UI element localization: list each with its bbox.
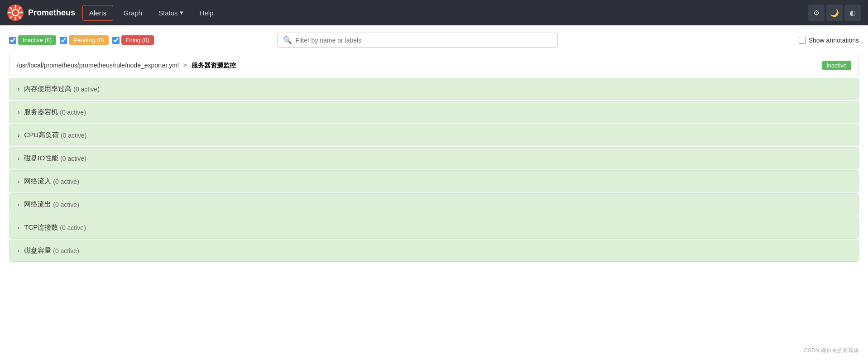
brand: Prometheus — [7, 5, 75, 21]
alert-chevron-icon: › — [18, 247, 19, 254]
alert-chevron-icon: › — [18, 86, 19, 92]
settings-button[interactable]: ⚙ — [808, 5, 825, 21]
alert-chevron-icon: › — [18, 109, 19, 115]
annotations-label: Show annotations — [809, 37, 859, 44]
nav-graph[interactable]: Graph — [117, 5, 149, 20]
alert-row[interactable]: › 服务器宕机 (0 active) — [9, 101, 859, 123]
pending-checkbox[interactable] — [60, 37, 67, 44]
alert-name: 网络流出 — [24, 200, 51, 209]
search-box: 🔍 — [277, 33, 558, 48]
pending-filter[interactable]: Pending (0) — [60, 35, 108, 45]
rule-path: /usr/local/prometheus/prometheus/rule/no… — [17, 62, 179, 69]
status-dropdown-icon: ▾ — [180, 9, 183, 17]
alert-row[interactable]: › 磁盘容量 (0 active) — [9, 240, 859, 262]
alert-chevron-icon: › — [18, 155, 19, 162]
theme-button[interactable]: 🌙 — [826, 5, 843, 21]
alert-row[interactable]: › CPU高负荷 (0 active) — [9, 124, 859, 146]
alert-chevron-icon: › — [18, 132, 19, 139]
annotations-toggle[interactable]: Show annotations — [799, 37, 859, 44]
nav-alerts[interactable]: Alerts — [82, 5, 113, 21]
alert-row[interactable]: › 网络流出 (0 active) — [9, 193, 859, 216]
firing-filter[interactable]: Firing (0) — [112, 35, 154, 45]
alert-name: 内存使用率过高 — [24, 85, 72, 93]
prometheus-logo-icon — [7, 5, 24, 21]
nav-status[interactable]: Status ▾ — [152, 5, 190, 20]
filter-row: Inactive (8) Pending (0) Firing (0) 🔍 Sh… — [9, 33, 859, 48]
contrast-button[interactable]: ◐ — [844, 5, 861, 21]
alert-active-count: (0 active) — [58, 224, 86, 231]
navbar-icons: ⚙ 🌙 ◐ — [808, 5, 861, 21]
alert-row[interactable]: › 网络流入 (0 active) — [9, 170, 859, 192]
alert-active-count: (0 active) — [58, 109, 86, 116]
pending-badge: Pending (0) — [69, 35, 108, 45]
inactive-badge: Inactive (8) — [18, 35, 56, 45]
firing-checkbox[interactable] — [112, 37, 120, 44]
alert-chevron-icon: › — [18, 178, 19, 185]
nav-help[interactable]: Help — [193, 5, 220, 20]
alert-row[interactable]: › TCP连接数 (0 active) — [9, 216, 859, 239]
annotations-checkbox[interactable] — [799, 37, 806, 44]
alert-active-count: (0 active) — [51, 178, 79, 185]
alert-name: 网络流入 — [24, 177, 51, 186]
alert-chevron-icon: › — [18, 224, 19, 231]
alert-name: 磁盘IO性能 — [24, 154, 58, 163]
inactive-checkbox[interactable] — [9, 37, 16, 44]
alert-chevron-icon: › — [18, 201, 19, 208]
alert-active-count: (0 active) — [58, 155, 86, 162]
main-content: Inactive (8) Pending (0) Firing (0) 🔍 Sh… — [0, 25, 868, 269]
navbar: Prometheus Alerts Graph Status ▾ Help ⚙ … — [0, 0, 868, 25]
alert-active-count: (0 active) — [72, 86, 99, 93]
alert-list: › 内存使用率过高 (0 active) › 服务器宕机 (0 active) … — [9, 78, 859, 262]
alert-name: CPU高负荷 — [24, 131, 59, 139]
rule-group-header: /usr/local/prometheus/prometheus/rule/no… — [9, 55, 859, 76]
rule-group-path: /usr/local/prometheus/prometheus/rule/no… — [17, 62, 236, 70]
alert-row[interactable]: › 内存使用率过高 (0 active) — [9, 78, 859, 100]
brand-name: Prometheus — [28, 8, 75, 18]
alert-name: 服务器宕机 — [24, 108, 58, 116]
badge-group: Inactive (8) Pending (0) Firing (0) — [9, 35, 154, 45]
alert-name: TCP连接数 — [24, 223, 58, 232]
alert-active-count: (0 active) — [51, 247, 79, 254]
alert-row[interactable]: › 磁盘IO性能 (0 active) — [9, 147, 859, 169]
search-input[interactable] — [296, 37, 552, 44]
inactive-filter[interactable]: Inactive (8) — [9, 35, 56, 45]
firing-badge: Firing (0) — [121, 35, 154, 45]
alert-active-count: (0 active) — [51, 201, 79, 208]
rule-group-name: 服务器资源监控 — [192, 62, 236, 69]
alert-active-count: (0 active) — [59, 132, 86, 139]
rule-arrow: > — [183, 62, 187, 69]
search-icon: 🔍 — [283, 36, 292, 44]
status-badge: inactive — [822, 61, 851, 70]
alert-name: 磁盘容量 — [24, 246, 51, 255]
